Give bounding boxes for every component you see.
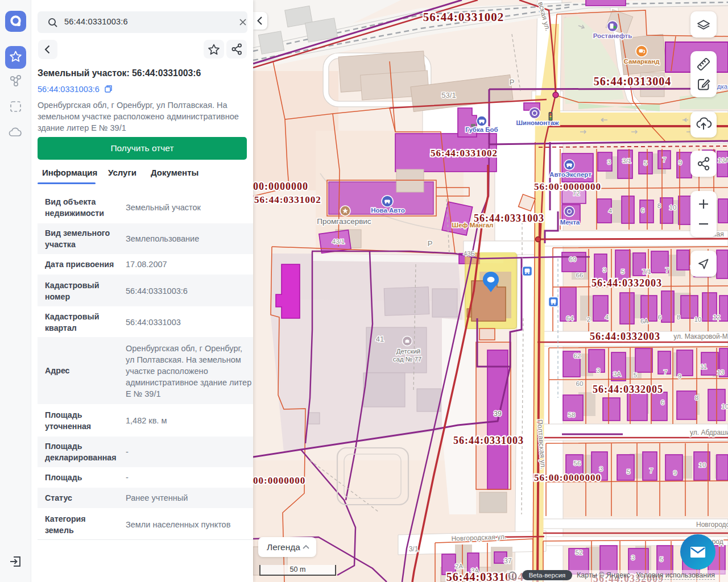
svg-text:56:44:0331003: 56:44:0331003	[474, 213, 544, 224]
svg-text:43Б: 43Б	[464, 250, 475, 257]
svg-text:3: 3	[597, 367, 600, 374]
svg-text:37: 37	[504, 557, 512, 565]
svg-text:41: 41	[376, 335, 384, 343]
svg-text:69: 69	[569, 256, 577, 263]
svg-text:56:00:0000000: 56:00:0000000	[534, 181, 601, 192]
svg-text:43/1: 43/1	[332, 238, 345, 245]
svg-text:12: 12	[713, 314, 721, 321]
svg-text:АвтоЭксперт: АвтоЭксперт	[549, 171, 592, 178]
svg-text:4: 4	[605, 314, 609, 321]
svg-text:10: 10	[699, 462, 706, 468]
svg-text:сад № 77: сад № 77	[393, 356, 421, 363]
svg-text:8: 8	[657, 202, 661, 209]
svg-text:3А: 3А	[613, 371, 621, 377]
svg-text:56:44:0331002: 56:44:0331002	[254, 194, 321, 205]
svg-text:Р: Р	[510, 78, 515, 86]
svg-text:3/1: 3/1	[409, 545, 419, 553]
svg-text:56:44:0332003: 56:44:0332003	[590, 331, 660, 342]
svg-text:3: 3	[599, 465, 603, 472]
svg-text:10: 10	[694, 316, 702, 323]
svg-text:56:44:0332005: 56:44:0332005	[593, 384, 663, 395]
svg-text:10: 10	[722, 403, 728, 410]
svg-text:3/1: 3/1	[622, 157, 631, 164]
svg-text:3: 3	[603, 267, 606, 273]
svg-text:56:44:0331002: 56:44:0331002	[431, 148, 498, 159]
svg-text:7: 7	[663, 156, 666, 163]
svg-text:Детский: Детский	[396, 348, 421, 355]
svg-text:7/1: 7/1	[642, 268, 651, 275]
svg-text:3: 3	[607, 159, 611, 165]
svg-text:8: 8	[677, 314, 680, 321]
svg-text:10: 10	[669, 204, 677, 211]
svg-text:6А: 6А	[640, 318, 648, 325]
svg-text:56:44:0331003: 56:44:0331003	[453, 435, 524, 446]
svg-text:6: 6	[641, 207, 644, 214]
svg-text:9: 9	[673, 469, 677, 476]
svg-text:3: 3	[631, 554, 635, 561]
svg-text:Р: Р	[428, 239, 433, 248]
svg-text:ул. Макаровой-М: ул. Макаровой-М	[673, 332, 727, 340]
svg-text:4: 4	[609, 207, 613, 214]
svg-text:60: 60	[576, 380, 584, 387]
svg-text:Новгородо: Новгородо	[696, 521, 728, 529]
svg-text:56:44:0331002: 56:44:0331002	[423, 10, 504, 24]
svg-text:Губка Боб: Губка Боб	[465, 126, 498, 133]
svg-text:7: 7	[664, 369, 667, 376]
svg-text:9: 9	[679, 159, 682, 166]
svg-text:7: 7	[665, 267, 669, 273]
svg-text:2: 2	[587, 316, 590, 323]
svg-text:7: 7	[650, 467, 653, 474]
svg-text:53/1: 53/1	[441, 91, 456, 99]
svg-text:00:0000000: 00:0000000	[253, 181, 308, 192]
svg-text:56: 56	[574, 460, 581, 467]
svg-text:ул. Абдраши: ул. Абдраши	[690, 429, 728, 436]
svg-text:13А: 13А	[718, 157, 728, 164]
svg-text:9: 9	[678, 373, 681, 380]
svg-text:Промгазсервис: Промгазсервис	[317, 217, 371, 226]
svg-text:5: 5	[644, 160, 647, 167]
svg-text:6: 6	[658, 314, 661, 321]
svg-text:66: 66	[576, 272, 584, 278]
svg-text:56:44:0332003: 56:44:0332003	[592, 277, 662, 289]
svg-text:8: 8	[695, 394, 698, 401]
svg-text:56:44:0313004: 56:44:0313004	[594, 75, 671, 88]
svg-text:58: 58	[568, 411, 576, 418]
svg-text:5: 5	[660, 556, 663, 563]
svg-text:11: 11	[700, 363, 707, 370]
svg-text:5: 5	[627, 468, 630, 475]
svg-text:Нова Авто: Нова Авто	[371, 207, 405, 214]
svg-text:00:0000000: 00:0000000	[253, 475, 305, 486]
svg-text:64: 64	[566, 315, 574, 322]
svg-text:62: 62	[574, 352, 581, 359]
svg-text:Ростанефть: Ростанефть	[593, 32, 632, 39]
svg-text:5: 5	[634, 372, 637, 379]
svg-text:Самарканд: Самарканд	[623, 58, 660, 65]
svg-text:6: 6	[661, 399, 664, 406]
svg-text:2А: 2А	[455, 563, 463, 569]
svg-text:5: 5	[621, 268, 624, 275]
svg-text:Шиномонтаж: Шиномонтаж	[516, 119, 560, 126]
svg-text:39: 39	[494, 410, 502, 418]
svg-text:дка: дка	[717, 83, 728, 90]
svg-text:56:00:0000000: 56:00:0000000	[534, 472, 601, 483]
svg-text:Мечта: Мечта	[560, 219, 580, 226]
svg-text:52: 52	[576, 549, 583, 556]
svg-text:13: 13	[717, 369, 725, 376]
